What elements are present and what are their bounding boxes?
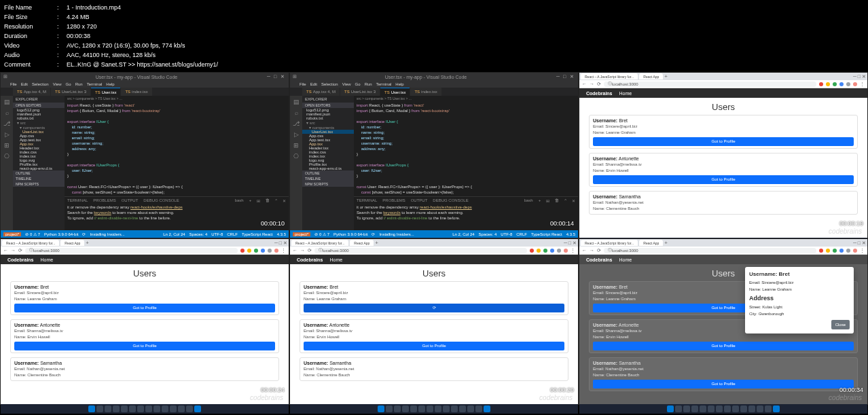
meta-value: 1 - Introduction.mp4 xyxy=(67,3,121,12)
breadcrumb[interactable]: src > components > TS User.tsx > ... xyxy=(65,96,289,101)
split-terminal-icon[interactable]: ⊞ xyxy=(257,198,260,203)
timestamp: 00:00:10 xyxy=(261,220,285,227)
code-editor[interactable]: src > components > TS User.tsx > ... imp… xyxy=(65,96,289,230)
editor-tabs[interactable]: TSApp.tsx 4, M TSUserList.tsx 3 TSUser.t… xyxy=(1,88,289,96)
window-titlebar: ⊞User.tsx - my-app - Visual Studio Code─… xyxy=(1,73,289,81)
frame-1: ⊞User.tsx - my-app - Visual Studio Code─… xyxy=(0,72,289,238)
remote-icon[interactable]: ⎔ xyxy=(3,153,10,160)
profile-modal: Username: Bret Email: Sincere@april.biz … xyxy=(745,267,854,333)
frame-6: React – A JavaScript library for...React… xyxy=(579,238,868,405)
add-terminal-icon[interactable]: + xyxy=(249,198,252,203)
watermark: codebrains xyxy=(829,228,862,235)
meta-label: File Name xyxy=(4,3,57,12)
scm-icon[interactable]: ⎇ xyxy=(3,120,10,127)
debug-icon[interactable]: ▷ xyxy=(3,131,10,138)
tab-index[interactable]: TSindex.tsx xyxy=(121,88,151,96)
file-metadata: File Name:1 - Introduction.mp4 File Size… xyxy=(0,0,868,72)
reload-icon[interactable]: ⟳ xyxy=(597,82,601,87)
menu-icon[interactable]: ⋮ xyxy=(860,82,865,87)
thumbnail-grid: ⊞User.tsx - my-app - Visual Studio Code─… xyxy=(0,72,868,405)
close-button[interactable]: Close xyxy=(831,320,850,329)
close-icon: ✕ xyxy=(281,74,286,79)
frame-2: ⊞User.tsx - my-app - Visual Studio Code─… xyxy=(289,72,579,238)
maximize-panel-icon[interactable]: ^ xyxy=(275,198,277,203)
new-tab-icon[interactable]: + xyxy=(664,73,668,79)
tab-user[interactable]: TSUser.tsx xyxy=(91,88,120,96)
extensions-icon[interactable]: ⊞ xyxy=(3,142,10,149)
frame-3: React – A JavaScript library for...React… xyxy=(579,72,868,238)
search-icon[interactable]: ⌕ xyxy=(3,109,10,116)
section-open-editors[interactable]: OPEN EDITORS xyxy=(13,103,65,108)
menu-bar[interactable]: FileEditSelectionViewGoRunTerminalHelp xyxy=(1,81,289,88)
minimize-icon: ─ xyxy=(267,74,272,79)
window-controls[interactable]: ─□✕ xyxy=(266,74,286,79)
forward-icon[interactable]: → xyxy=(590,82,594,86)
site-navbar[interactable]: CodebrainsHome xyxy=(579,88,867,98)
explorer-header: EXPLORER xyxy=(13,96,65,103)
user-card: Username: BretEmail: Sincere@april.bizNa… xyxy=(589,115,858,149)
maximize-icon: □ xyxy=(274,74,279,79)
profile-button[interactable]: Got to Profile xyxy=(593,137,854,146)
browser-tabs[interactable]: React – A JavaScript library for...React… xyxy=(579,73,867,80)
explorer-icon[interactable]: ▤ xyxy=(3,98,10,105)
close-panel-icon[interactable]: ✕ xyxy=(283,198,286,203)
status-bar[interactable]: project*⊘ 0 ⚠ 7Python 3.9.0 64-bit⟳Insta… xyxy=(1,230,289,238)
explorer-sidebar[interactable]: EXPLORER OPEN EDITORS logo512.png manife… xyxy=(13,96,65,230)
address-bar[interactable]: ←→⟳ⓘ localhost:3000⋮ xyxy=(579,80,867,88)
trash-icon[interactable]: 🗑 xyxy=(266,198,270,203)
tab-userlist[interactable]: TSUserList.tsx 3 xyxy=(51,88,90,96)
activity-bar[interactable]: ▤ ⌕ ⎇ ▷ ⊞ ⎔ xyxy=(1,96,13,230)
back-icon[interactable]: ← xyxy=(582,82,587,86)
tab-app[interactable]: TSApp.tsx 4, M xyxy=(13,88,50,96)
modal-title: Username: Bret xyxy=(749,271,850,278)
page-title: Users xyxy=(589,102,858,112)
frame-4: React – A JavaScript library for...React… xyxy=(0,238,289,405)
terminal-panel[interactable]: TERMINALPROBLEMSOUTPUTDEBUG CONSOLEbash+… xyxy=(65,196,289,230)
frame-5: React – A JavaScript library for...React… xyxy=(289,238,579,405)
